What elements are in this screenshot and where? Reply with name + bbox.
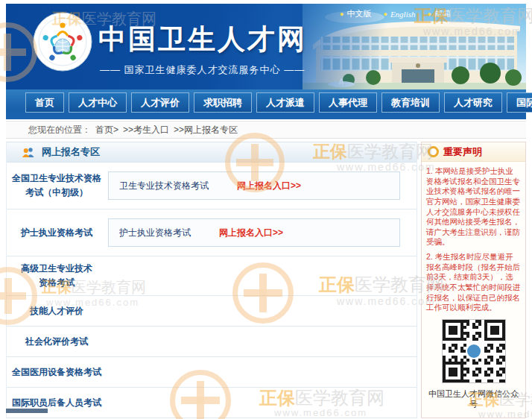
table-row: 护士执业资格考试 护士执业资格考试 网上报名入口>> [7, 210, 417, 256]
nav-job-recruit[interactable]: 求职招聘 [194, 92, 252, 113]
nav-talent-evaluation[interactable]: 人才评价 [131, 92, 189, 113]
footer-strip [6, 409, 48, 413]
ring-icon [428, 146, 439, 157]
breadcrumb-online-registration[interactable]: >>网上报名专区 [174, 122, 238, 138]
row-label: 全国卫生专业技术资格 考试（中初级） [7, 171, 107, 199]
row-label: 国际职员后备人员考试 [7, 396, 107, 410]
top-links: ● 中文版 ● English ● 邮箱 [340, 8, 451, 19]
site-title: 中国卫生人才网 [98, 21, 307, 58]
breadcrumb-prefix: 您现在的位置： [28, 122, 91, 138]
table-row: 全国医用设备资格考试 [7, 357, 417, 388]
nav-talent-center[interactable]: 人才中心 [69, 92, 127, 113]
row-label: 全国医用设备资格考试 [7, 365, 107, 379]
table-row: 社会化评价考试 [7, 327, 417, 357]
table-row: 高级卫生专业技术 资格考试 [7, 256, 417, 296]
row-label: 技能人才评价 [7, 304, 107, 318]
bullet-icon: ● [340, 10, 343, 18]
site-logo [33, 12, 92, 72]
qr-code [442, 319, 506, 383]
site-subtitle: —— 国家卫生健康委人才交流服务中心 —— [100, 63, 305, 77]
site-header: 中国卫生人才网 —— 国家卫生健康委人才交流服务中心 —— ● 中文版 ● En… [6, 4, 526, 89]
main-content: 网上报名专区 全国卫生专业技术资格 考试（中初级） 卫生专业技术资格考试 网上报… [6, 142, 526, 418]
nav-hr-agency[interactable]: 人事代理 [319, 92, 377, 113]
panel-header: 网上报名专区 [7, 142, 417, 163]
registration-entry-link[interactable]: 网上报名入口>> [237, 180, 301, 192]
exam-name: 卫生专业技术资格考试 [119, 180, 209, 192]
breadcrumb: 您现在的位置： 首页> >>考生入口 >>网上报名专区 [6, 121, 526, 139]
registration-panel: 网上报名专区 全国卫生专业技术资格 考试（中初级） 卫生专业技术资格考试 网上报… [6, 142, 417, 418]
nav-intl-cooperation[interactable]: 国际合作 [507, 92, 532, 113]
main-nav: 首页 人才中心 人才评价 求职招聘 人才派遣 人事代理 教育培训 人才研究 国际… [6, 89, 526, 119]
notice-title: 重要声明 [443, 145, 482, 159]
link-chinese[interactable]: ● 中文版 [340, 8, 371, 19]
bullet-icon: ● [428, 10, 431, 18]
nav-home[interactable]: 首页 [25, 92, 64, 113]
notice-paragraph: 2. 考生报名时应尽量避开报名高峰时段（报名开始后前3天，结束前3天），选择系统… [426, 252, 521, 313]
qr-caption: 中国卫生人才网微信公众号 [426, 388, 521, 410]
exam-entry-box: 护士执业资格考试 网上报名入口>> [108, 218, 400, 247]
nav-talent-dispatch[interactable]: 人才派遣 [256, 92, 314, 113]
nav-talent-research[interactable]: 人才研究 [444, 92, 502, 113]
table-row: 技能人才评价 [7, 296, 417, 327]
users-icon [22, 147, 35, 158]
row-label: 高级卫生专业技术 资格考试 [7, 262, 107, 289]
registration-entry-link[interactable]: 网上报名入口>> [219, 227, 283, 239]
table-row: 国际职员后备人员考试 [7, 388, 417, 418]
table-row: 全国卫生专业技术资格 考试（中初级） 卫生专业技术资格考试 网上报名入口>> [7, 163, 417, 210]
notice-paragraph: 1. 本网站是接受护士执业资格考试报名和全国卫生专业技术资格考试报名的唯一官方网… [426, 166, 521, 248]
link-mailbox[interactable]: ● 邮箱 [428, 8, 451, 19]
bullet-icon: ● [383, 10, 387, 18]
link-english[interactable]: ● English [383, 8, 415, 19]
notice-body: 1. 本网站是接受护士执业资格考试报名和全国卫生专业技术资格考试报名的唯一官方网… [422, 162, 525, 409]
panel-title: 网上报名专区 [42, 145, 100, 159]
exam-name: 护士执业资格考试 [119, 227, 191, 239]
qr-block: 中国卫生人才网微信公众号 [426, 319, 521, 409]
notice-header: 重要声明 [422, 142, 525, 162]
breadcrumb-home[interactable]: 首页> [95, 122, 118, 138]
page-container: 中国卫生人才网 —— 国家卫生健康委人才交流服务中心 —— ● 中文版 ● En… [6, 4, 526, 418]
breadcrumb-candidate-entry[interactable]: >>考生入口 [123, 122, 169, 138]
exam-entry-box: 卫生专业技术资格考试 网上报名入口>> [108, 171, 400, 200]
important-notice-sidebar: 重要声明 1. 本网站是接受护士执业资格考试报名和全国卫生专业技术资格考试报名的… [421, 142, 526, 418]
row-label: 护士执业资格考试 [7, 226, 107, 240]
row-label: 社会化评价考试 [7, 335, 107, 349]
nav-education-training[interactable]: 教育培训 [381, 92, 440, 113]
